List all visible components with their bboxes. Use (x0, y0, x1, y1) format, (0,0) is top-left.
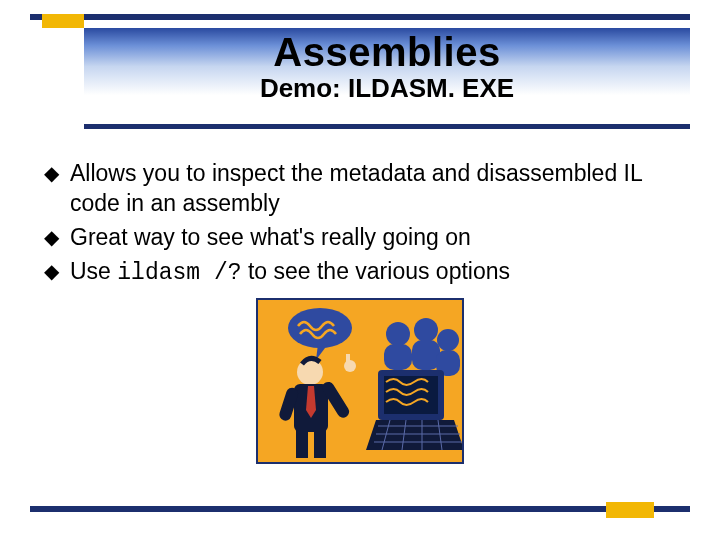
svg-rect-2 (384, 344, 412, 370)
bullet-text: Use ildasm /? to see the various options (70, 256, 510, 288)
top-accent-block (42, 14, 84, 28)
bullet-text: Allows you to inspect the metadata and d… (70, 158, 680, 218)
bottom-rule (30, 506, 690, 512)
svg-point-1 (386, 322, 410, 346)
presenter-clipart-icon (258, 300, 464, 464)
slide-subtitle: Demo: ILDASM. EXE (84, 73, 690, 104)
bullet-icon: ◆ (42, 256, 70, 286)
bullet-text: Great way to see what's really going on (70, 222, 471, 252)
svg-point-5 (437, 329, 459, 351)
bullet-list: ◆ Allows you to inspect the metadata and… (42, 158, 680, 292)
bullet-prefix: Use (70, 258, 117, 284)
list-item: ◆ Allows you to inspect the metadata and… (42, 158, 680, 218)
list-item: ◆ Use ildasm /? to see the various optio… (42, 256, 680, 288)
title-block: Assemblies Demo: ILDASM. EXE (84, 28, 690, 124)
list-item: ◆ Great way to see what's really going o… (42, 222, 680, 252)
svg-point-3 (414, 318, 438, 342)
bullet-icon: ◆ (42, 222, 70, 252)
top-rule (30, 14, 690, 20)
bullet-icon: ◆ (42, 158, 70, 188)
bottom-accent-block (606, 502, 654, 518)
bullet-code: ildasm /? (117, 260, 241, 286)
svg-rect-8 (384, 376, 438, 414)
svg-rect-27 (314, 428, 326, 458)
svg-rect-25 (346, 354, 350, 364)
svg-marker-9 (366, 420, 464, 450)
presenter-illustration (256, 298, 464, 464)
slide-title: Assemblies (84, 28, 690, 75)
bullet-suffix: to see the various options (242, 258, 511, 284)
title-underline (84, 124, 690, 129)
svg-rect-4 (412, 340, 440, 370)
svg-rect-26 (296, 428, 308, 458)
